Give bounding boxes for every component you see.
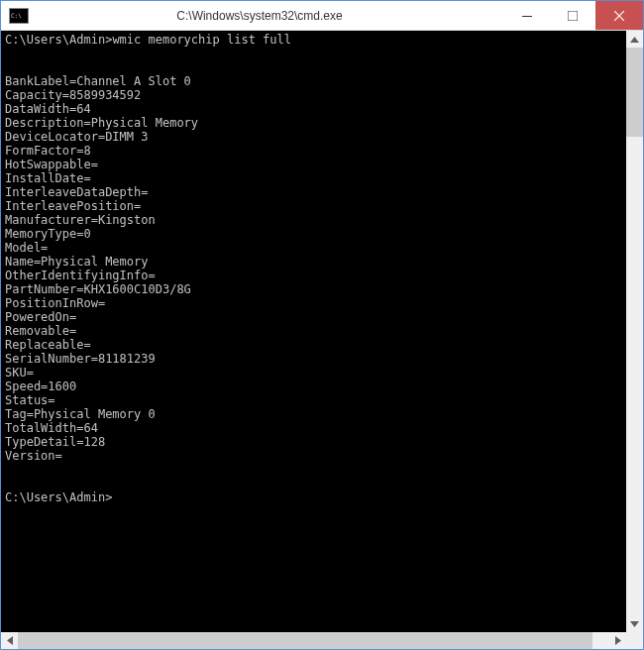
console-area: C:\Users\Admin>wmic memorychip list full… bbox=[1, 31, 643, 632]
scroll-right-button[interactable] bbox=[609, 632, 626, 649]
output-line: PositionInRow= bbox=[5, 296, 105, 310]
svg-rect-1 bbox=[568, 11, 578, 21]
cmd-window: C:\Windows\system32\cmd.exe C:\Users\Adm… bbox=[0, 0, 644, 650]
svg-rect-0 bbox=[522, 16, 532, 17]
console-output[interactable]: C:\Users\Admin>wmic memorychip list full… bbox=[1, 31, 626, 632]
prompt: C:\Users\Admin> bbox=[5, 490, 112, 504]
output-line: MemoryType=0 bbox=[5, 227, 91, 241]
close-button[interactable] bbox=[595, 1, 643, 30]
horizontal-scrollbar[interactable] bbox=[1, 632, 626, 649]
minimize-button[interactable] bbox=[504, 1, 550, 30]
window-controls bbox=[504, 1, 643, 30]
output-line: TotalWidth=64 bbox=[5, 421, 98, 435]
horizontal-scroll-track[interactable] bbox=[18, 632, 609, 649]
svg-marker-6 bbox=[7, 636, 13, 645]
output-line: SerialNumber=81181239 bbox=[5, 352, 156, 366]
output-line: Status= bbox=[5, 393, 55, 407]
output-line: BankLabel=Channel A Slot 0 bbox=[5, 74, 191, 88]
output-line: Speed=1600 bbox=[5, 379, 76, 393]
prompt: C:\Users\Admin> bbox=[5, 33, 112, 47]
output-line: Model= bbox=[5, 241, 48, 255]
output-line: DeviceLocator=DIMM 3 bbox=[5, 130, 149, 144]
output-line: Tag=Physical Memory 0 bbox=[5, 407, 156, 421]
vertical-scroll-thumb[interactable] bbox=[626, 48, 643, 137]
output-line: SKU= bbox=[5, 366, 34, 379]
vertical-scrollbar[interactable] bbox=[626, 31, 643, 632]
output-line: Manufacturer=Kingston bbox=[5, 213, 156, 227]
output-line: HotSwappable= bbox=[5, 158, 98, 171]
svg-marker-4 bbox=[630, 37, 639, 43]
output-line: InterleavePosition= bbox=[5, 199, 141, 213]
output-line: PoweredOn= bbox=[5, 310, 76, 324]
window-title: C:\Windows\system32\cmd.exe bbox=[35, 9, 504, 23]
output-line: Description=Physical Memory bbox=[5, 116, 198, 130]
output-line: InstallDate= bbox=[5, 171, 91, 185]
output-line: Name=Physical Memory bbox=[5, 255, 149, 269]
command-text: wmic memorychip list full bbox=[112, 33, 291, 47]
output-line: DataWidth=64 bbox=[5, 102, 91, 116]
horizontal-scroll-thumb[interactable] bbox=[18, 632, 592, 649]
maximize-button[interactable] bbox=[550, 1, 595, 30]
output-line: FormFactor=8 bbox=[5, 144, 91, 158]
scroll-corner bbox=[626, 632, 643, 649]
svg-marker-5 bbox=[630, 621, 639, 627]
cmd-icon bbox=[9, 8, 29, 24]
output-line: InterleaveDataDepth= bbox=[5, 185, 149, 199]
svg-marker-7 bbox=[615, 636, 621, 645]
vertical-scroll-track[interactable] bbox=[626, 48, 643, 615]
output-line: OtherIdentifyingInfo= bbox=[5, 269, 156, 282]
titlebar[interactable]: C:\Windows\system32\cmd.exe bbox=[1, 1, 643, 31]
output-line: Version= bbox=[5, 449, 62, 463]
scroll-up-button[interactable] bbox=[626, 31, 643, 48]
scroll-left-button[interactable] bbox=[1, 632, 18, 649]
output-line: TypeDetail=128 bbox=[5, 435, 105, 449]
output-line: Replaceable= bbox=[5, 338, 91, 352]
output-line: Removable= bbox=[5, 324, 76, 338]
output-line: Capacity=8589934592 bbox=[5, 88, 141, 102]
scroll-down-button[interactable] bbox=[626, 615, 643, 632]
output-line: PartNumber=KHX1600C10D3/8G bbox=[5, 282, 191, 296]
